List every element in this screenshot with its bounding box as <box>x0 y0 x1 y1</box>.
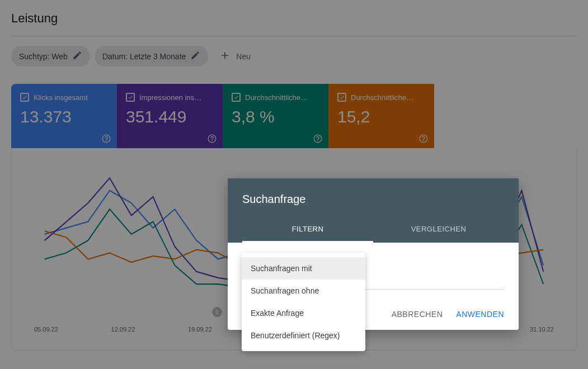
dropdown-item-contains[interactable]: Suchanfragen mit <box>242 257 365 280</box>
dropdown-item-not-contains[interactable]: Suchanfragen ohne <box>242 280 365 302</box>
dialog-tabs: FILTERN VERGLEICHEN <box>242 217 504 243</box>
tab-compare[interactable]: VERGLEICHEN <box>373 217 504 243</box>
dialog-title: Suchanfrage <box>242 193 504 206</box>
apply-button[interactable]: ANWENDEN <box>456 310 504 319</box>
dropdown-item-regex[interactable]: Benutzerdefiniert (Regex) <box>242 324 365 347</box>
cancel-button[interactable]: ABBRECHEN <box>392 310 443 319</box>
match-type-dropdown: Suchanfragen mit Suchanfragen ohne Exakt… <box>242 253 365 351</box>
dropdown-item-exact[interactable]: Exakte Anfrage <box>242 302 365 324</box>
tab-filter[interactable]: FILTERN <box>242 217 373 243</box>
